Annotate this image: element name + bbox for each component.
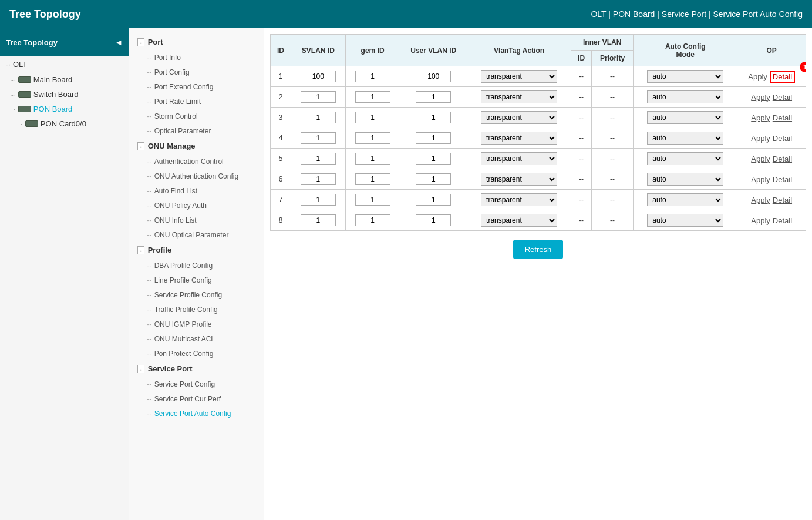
- menu-port-extend-config[interactable]: --Port Extend Config: [129, 79, 264, 94]
- menu-onu-multicast-acl[interactable]: --ONU Multicast ACL: [129, 331, 264, 346]
- sidebar-item-pon-card[interactable]: -· PON Card0/0: [0, 116, 129, 131]
- menu-authentication-control[interactable]: --Authentication Control: [129, 154, 264, 169]
- input-svlan-id[interactable]: [301, 71, 336, 82]
- menu-port-info[interactable]: --Port Info: [129, 50, 264, 65]
- menu-onu-optical-parameter[interactable]: --ONU Optical Parameter: [129, 227, 264, 242]
- input-user-vlan-id[interactable]: [416, 71, 451, 82]
- menu-line-profile-config[interactable]: --Line Profile Config: [129, 273, 264, 287]
- input-gem-id[interactable]: [355, 112, 390, 123]
- sidebar-item-switch-board[interactable]: -· Switch Board: [0, 87, 129, 102]
- select-auto-config-mode[interactable]: automanualdisable: [647, 111, 723, 124]
- cell-inner-vlan-id: --: [571, 128, 592, 149]
- input-user-vlan-id[interactable]: [416, 91, 451, 103]
- select-auto-config-mode[interactable]: automanualdisable: [647, 132, 723, 145]
- select-auto-config-mode[interactable]: automanualdisable: [647, 193, 723, 206]
- apply-link[interactable]: Apply: [751, 113, 770, 122]
- menu-service-port-config[interactable]: --Service Port Config: [129, 377, 264, 391]
- cell-op: ApplyDetail: [737, 190, 806, 210]
- cell-op: ApplyDetail1: [737, 66, 806, 87]
- detail-link[interactable]: Detail: [773, 155, 792, 163]
- detail-link[interactable]: Detail: [773, 113, 792, 122]
- col-id: ID: [271, 35, 291, 66]
- sidebar-item-pon-board[interactable]: -· PON Board: [0, 102, 129, 116]
- sidebar-collapse-button[interactable]: ◄: [114, 38, 123, 47]
- menu-onu-igmp-profile[interactable]: --ONU IGMP Profile: [129, 317, 264, 331]
- menu-auto-find-list[interactable]: --Auto Find List: [129, 183, 264, 198]
- input-svlan-id[interactable]: [301, 91, 336, 103]
- cell-user-vlan-id: [400, 169, 467, 190]
- input-gem-id[interactable]: [355, 132, 390, 144]
- apply-link[interactable]: Apply: [751, 155, 770, 163]
- menu-port-config[interactable]: --Port Config: [129, 65, 264, 79]
- select-auto-config-mode[interactable]: automanualdisable: [647, 173, 723, 186]
- section-profile[interactable]: - Profile: [129, 242, 264, 258]
- menu-onu-info-list[interactable]: --ONU Info List: [129, 213, 264, 227]
- input-user-vlan-id[interactable]: [416, 173, 451, 185]
- menu-service-port-auto-config[interactable]: --Service Port Auto Config: [129, 406, 264, 421]
- select-auto-config-mode[interactable]: automanualdisable: [647, 152, 723, 165]
- apply-link[interactable]: Apply: [751, 134, 770, 143]
- menu-port-rate-limit[interactable]: --Port Rate Limit: [129, 94, 264, 109]
- table-row: 2transparenttaguntagtranslate----automan…: [271, 87, 806, 108]
- sidebar-item-main-board[interactable]: -· Main Board: [0, 72, 129, 87]
- select-auto-config-mode[interactable]: automanualdisable: [647, 214, 723, 227]
- input-gem-id[interactable]: [355, 91, 390, 103]
- apply-link[interactable]: Apply: [751, 196, 770, 204]
- input-gem-id[interactable]: [355, 173, 390, 185]
- input-svlan-id[interactable]: [301, 112, 336, 123]
- detail-link[interactable]: Detail: [770, 71, 795, 83]
- cell-id: 8: [271, 210, 291, 231]
- apply-link[interactable]: Apply: [748, 72, 767, 81]
- select-vlantag-action[interactable]: transparenttaguntagtranslate: [481, 173, 557, 186]
- input-svlan-id[interactable]: [301, 214, 336, 226]
- detail-link[interactable]: Detail: [773, 196, 792, 204]
- select-vlantag-action[interactable]: transparenttaguntagtranslate: [481, 152, 557, 165]
- select-vlantag-action[interactable]: transparenttaguntagtranslate: [481, 70, 557, 83]
- apply-link[interactable]: Apply: [751, 93, 770, 102]
- input-svlan-id[interactable]: [301, 194, 336, 206]
- input-user-vlan-id[interactable]: [416, 153, 451, 165]
- menu-pon-protect-config[interactable]: --Pon Protect Config: [129, 346, 264, 361]
- input-user-vlan-id[interactable]: [416, 214, 451, 226]
- menu-traffic-profile-config[interactable]: --Traffic Profile Config: [129, 302, 264, 317]
- sidebar-item-olt[interactable]: -· OLT: [0, 56, 129, 72]
- input-gem-id[interactable]: [355, 153, 390, 165]
- select-vlantag-action[interactable]: transparenttaguntagtranslate: [481, 132, 557, 145]
- detail-link[interactable]: Detail: [773, 216, 792, 225]
- input-user-vlan-id[interactable]: [416, 194, 451, 206]
- detail-link[interactable]: Detail: [773, 175, 792, 184]
- select-vlantag-action[interactable]: transparenttaguntagtranslate: [481, 214, 557, 227]
- input-user-vlan-id[interactable]: [416, 132, 451, 144]
- select-auto-config-mode[interactable]: automanualdisable: [647, 70, 723, 83]
- menu-onu-policy-auth[interactable]: --ONU Policy Auth: [129, 198, 264, 213]
- cell-op: ApplyDetail: [737, 128, 806, 149]
- menu-service-port-cur-perf[interactable]: --Service Port Cur Perf: [129, 391, 264, 406]
- input-svlan-id[interactable]: [301, 153, 336, 165]
- menu-onu-authentication-config[interactable]: --ONU Authentication Config: [129, 169, 264, 183]
- menu-service-profile-config[interactable]: --Service Profile Config: [129, 287, 264, 302]
- apply-link[interactable]: Apply: [751, 216, 770, 225]
- refresh-button[interactable]: Refresh: [513, 240, 564, 259]
- detail-link[interactable]: Detail: [773, 134, 792, 143]
- section-service-port[interactable]: - Service Port: [129, 361, 264, 377]
- pon-card-icon: [25, 120, 38, 127]
- section-port[interactable]: - Port: [129, 34, 264, 50]
- select-auto-config-mode[interactable]: automanualdisable: [647, 90, 723, 103]
- input-svlan-id[interactable]: [301, 173, 336, 185]
- cell-inner-vlan-priority: --: [592, 169, 634, 190]
- select-vlantag-action[interactable]: transparenttaguntagtranslate: [481, 193, 557, 206]
- select-vlantag-action[interactable]: transparenttaguntagtranslate: [481, 111, 557, 124]
- input-gem-id[interactable]: [355, 214, 390, 226]
- menu-storm-control[interactable]: --Storm Control: [129, 109, 264, 123]
- select-vlantag-action[interactable]: transparenttaguntagtranslate: [481, 90, 557, 103]
- input-svlan-id[interactable]: [301, 132, 336, 144]
- apply-link[interactable]: Apply: [751, 175, 770, 184]
- input-user-vlan-id[interactable]: [416, 112, 451, 123]
- input-gem-id[interactable]: [355, 71, 390, 82]
- menu-optical-parameter[interactable]: --Optical Parameter: [129, 123, 264, 138]
- input-gem-id[interactable]: [355, 194, 390, 206]
- profile-toggle-icon: -: [137, 246, 144, 254]
- section-onu-manage[interactable]: - ONU Manage: [129, 138, 264, 154]
- menu-dba-profile-config[interactable]: --DBA Profile Config: [129, 258, 264, 273]
- detail-link[interactable]: Detail: [773, 93, 792, 102]
